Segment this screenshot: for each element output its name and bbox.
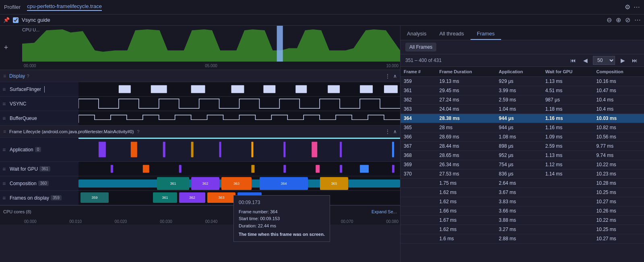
table-row[interactable]: 1.6 ms2.88 ms10.27 ms xyxy=(400,234,644,243)
add-track-button[interactable]: + xyxy=(0,42,12,54)
table-cell-frame xyxy=(400,225,436,234)
profiler-label: Profiler xyxy=(4,4,21,10)
lifecycle-info-icon[interactable]: ? xyxy=(137,129,139,134)
table-cell-duration: 28 ms xyxy=(436,123,495,132)
table-row[interactable]: 36129.45 ms3.99 ms4.51 ms10.47 ms xyxy=(400,86,644,95)
vsync-content[interactable] xyxy=(78,97,400,111)
more-options-icon[interactable]: ⋯ xyxy=(634,16,641,24)
tab-frames[interactable]: Frames xyxy=(471,28,501,40)
svg-rect-22 xyxy=(143,165,149,173)
frames-table[interactable]: Frame # Frame Duration Application Wait … xyxy=(400,67,644,262)
vsync-drag[interactable]: ≡ xyxy=(0,101,8,107)
active-tab[interactable]: cpu-perfetto-framelifecycle.trace xyxy=(27,3,102,11)
gpu-track-content[interactable] xyxy=(78,162,400,176)
table-row[interactable]: 1.67 ms3.88 ms10.22 ms xyxy=(400,216,644,225)
table-cell-duration: 1.62 ms xyxy=(436,188,495,197)
table-row[interactable]: 36528 ms944 μs1.16 ms10.82 ms xyxy=(400,123,644,132)
table-row[interactable]: 1.75 ms2.64 ms10.28 ms xyxy=(400,179,644,188)
zoom-out-icon[interactable]: ⊖ xyxy=(607,16,612,24)
main-layout: + CPU U... 00.000 05.000 10.000 ≡ Displa… xyxy=(0,26,644,262)
display-more-icon[interactable]: ⋮ xyxy=(385,73,390,79)
table-cell-frame xyxy=(400,188,436,197)
tooltip-note: The time when this frame was on screen. xyxy=(239,231,325,238)
app-track-content[interactable] xyxy=(78,138,400,161)
table-cell-comp: 10.4 ms xyxy=(593,95,644,105)
table-row[interactable]: 1.66 ms3.66 ms10.26 ms xyxy=(400,206,644,216)
col-comp: Composition xyxy=(593,67,644,77)
display-info-icon[interactable]: ? xyxy=(27,74,29,78)
table-cell-comp: 10.27 ms xyxy=(593,197,644,206)
table-cell-gpu: 4.51 ms xyxy=(542,86,593,95)
table-cell-duration: 24.04 ms xyxy=(436,105,495,114)
table-cell-gpu xyxy=(542,188,593,197)
bufferqueue-drag[interactable]: ≡ xyxy=(0,115,8,122)
table-row[interactable]: 36324.04 ms1.04 ms1.18 ms10.4 ms xyxy=(400,105,644,114)
per-page-select[interactable]: 50 100 xyxy=(593,56,615,65)
table-row[interactable]: 36227.24 ms2.59 ms987 μs10.4 ms xyxy=(400,95,644,105)
table-cell-comp: 10.25 ms xyxy=(593,188,644,197)
svg-rect-15 xyxy=(219,142,221,157)
table-cell-frame xyxy=(400,216,436,225)
zoom-in-icon[interactable]: ⊕ xyxy=(616,16,621,24)
table-cell-duration: 26.34 ms xyxy=(436,160,495,169)
expand-button[interactable]: Expand Se... xyxy=(372,209,397,214)
display-collapse-icon[interactable]: ∧ xyxy=(393,73,397,79)
tab-all-threads[interactable]: All threads xyxy=(433,28,470,40)
settings-icon[interactable]: ⚙ xyxy=(625,3,630,11)
next-page-button[interactable]: ▶ xyxy=(618,56,627,65)
app-drag[interactable]: ≡ xyxy=(0,146,8,153)
table-cell-comp: 9.77 ms xyxy=(593,142,644,151)
table-row[interactable]: 36728.44 ms898 μs2.59 ms9.77 ms xyxy=(400,142,644,151)
more-icon[interactable]: ⋯ xyxy=(634,3,640,11)
tooltip-frame: Frame number: 364 xyxy=(239,208,325,216)
table-row[interactable]: 37027.53 ms836 μs1.14 ms10.23 ms xyxy=(400,169,644,179)
vsync-row: 📌 Vsync guide ⊖ ⊕ ⊘ ⋯ xyxy=(0,14,644,26)
svg-marker-0 xyxy=(22,29,400,62)
table-row[interactable]: 35919.13 ms929 μs1.13 ms10.16 ms xyxy=(400,77,644,86)
gpu-badge: 361 xyxy=(39,166,50,171)
table-cell-gpu xyxy=(542,206,593,216)
tab-analysis[interactable]: Analysis xyxy=(400,28,433,40)
time-0: 00.000 xyxy=(24,64,36,68)
prev-page-button[interactable]: ◀ xyxy=(581,56,590,65)
table-cell-comp: 10.03 ms xyxy=(593,114,644,123)
lifecycle-title: Frame Lifecycle (android.com.java.profil… xyxy=(9,129,134,134)
table-row[interactable]: 36828.65 ms952 μs1.13 ms9.74 ms xyxy=(400,151,644,160)
surfaceflinger-content[interactable] xyxy=(78,82,400,96)
first-page-button[interactable]: ⏮ xyxy=(569,56,578,65)
vsync-checkbox[interactable] xyxy=(13,17,19,23)
table-row[interactable]: 1.62 ms3.67 ms10.25 ms xyxy=(400,188,644,197)
table-row[interactable]: 1.62 ms3.83 ms10.27 ms xyxy=(400,197,644,206)
gpu-drag[interactable]: ≡ xyxy=(0,166,8,172)
frames-display-drag[interactable]: ≡ xyxy=(0,195,8,201)
table-cell-duration: 1.62 ms xyxy=(436,197,495,206)
table-cell-app: 2.88 ms xyxy=(495,234,542,243)
comp-drag[interactable]: ≡ xyxy=(0,180,8,187)
table-row[interactable]: 36628.69 ms1.08 ms1.09 ms10.56 ms xyxy=(400,132,644,142)
bufferqueue-content[interactable] xyxy=(78,111,400,125)
tooltip-start: Start time: 00:09.153 xyxy=(239,215,325,223)
table-cell-app: 3.27 ms xyxy=(495,225,542,234)
table-row[interactable]: 36926.34 ms754 μs1.12 ms10.22 ms xyxy=(400,160,644,169)
table-row[interactable]: 36428.38 ms944 μs1.16 ms10.03 ms xyxy=(400,114,644,123)
table-cell-comp: 10.22 ms xyxy=(593,216,644,225)
pagination-row: 351 – 400 of 431 ⏮ ◀ 50 100 ▶ ⏭ xyxy=(400,54,644,67)
svg-rect-26 xyxy=(316,165,320,173)
table-cell-frame xyxy=(400,234,436,243)
subtab-all-frames[interactable]: All Frames xyxy=(405,43,436,52)
table-cell-duration: 27.53 ms xyxy=(436,169,495,179)
svg-rect-18 xyxy=(312,142,317,157)
lifecycle-collapse-icon[interactable]: ∧ xyxy=(393,129,397,134)
comp-track-content[interactable]: 361 362 363 364 365 xyxy=(78,176,400,190)
svg-rect-2 xyxy=(119,85,131,93)
surfaceflinger-drag[interactable]: ≡ xyxy=(0,86,8,93)
svg-rect-23 xyxy=(179,165,182,173)
app-track-name: Application 0 xyxy=(8,147,78,153)
zoom-fit-icon[interactable]: ⊘ xyxy=(625,16,630,24)
last-page-button[interactable]: ⏭ xyxy=(630,56,639,65)
lifecycle-more-icon[interactable]: ⋮ xyxy=(385,129,390,134)
table-cell-comp: 9.74 ms xyxy=(593,151,644,160)
table-cell-frame xyxy=(400,179,436,188)
svg-rect-5 xyxy=(231,85,244,93)
table-row[interactable]: 1.62 ms3.27 ms10.25 ms xyxy=(400,225,644,234)
